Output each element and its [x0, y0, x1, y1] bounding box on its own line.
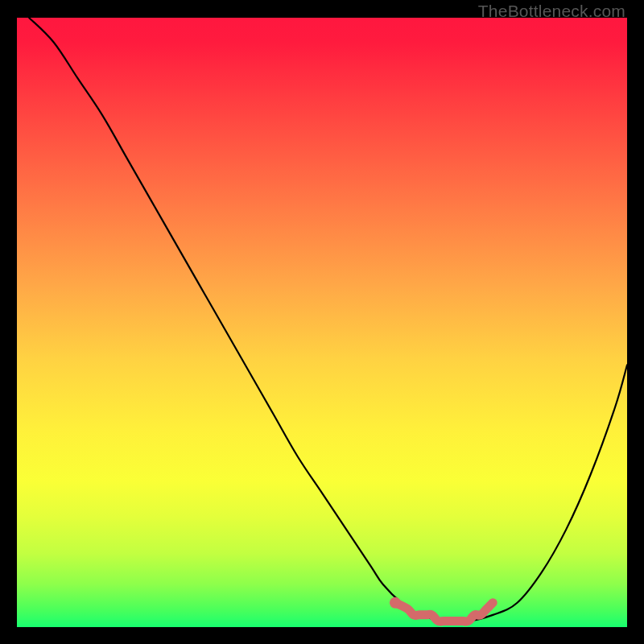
bottleneck-curve: [29, 18, 627, 621]
chart-frame: TheBottleneck.com: [0, 0, 644, 644]
optimal-range-marker: [395, 603, 493, 621]
optimal-range-start-dot: [390, 597, 401, 609]
chart-svg: [17, 18, 627, 627]
curve-layer: [29, 18, 627, 621]
